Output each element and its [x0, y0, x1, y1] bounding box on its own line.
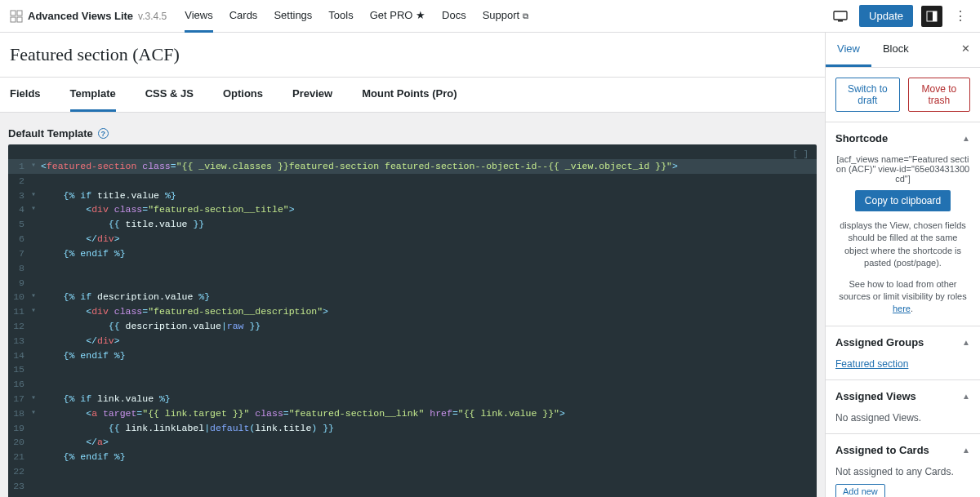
- switch-to-draft-button[interactable]: Switch to draft: [835, 78, 900, 112]
- topnav-item-views[interactable]: Views: [185, 0, 212, 33]
- shortcode-help-link[interactable]: here: [893, 304, 911, 313]
- main-content: Featured section (ACF) FieldsTemplateCSS…: [0, 33, 825, 497]
- code-line[interactable]: 11▾ <div class="featured-section__descri…: [8, 304, 817, 319]
- topnav-item-support[interactable]: Support ⧉: [483, 0, 528, 33]
- help-icon[interactable]: ?: [98, 128, 109, 139]
- tab-template[interactable]: Template: [70, 78, 116, 112]
- assigned-views-panel-head[interactable]: Assigned Views▲: [826, 380, 980, 412]
- chevron-up-icon: ▲: [962, 392, 970, 401]
- settings-sidebar: View Block ✕ Switch to draft Move to tra…: [825, 33, 980, 497]
- app-grid-icon[interactable]: [10, 10, 23, 23]
- tab-css-js[interactable]: CSS & JS: [145, 78, 194, 112]
- close-sidebar-icon[interactable]: ✕: [951, 33, 980, 67]
- code-line[interactable]: 2: [8, 174, 817, 189]
- code-line[interactable]: 12 {{ description.value|raw }}: [8, 319, 817, 334]
- shortcode-text: [acf_views name="Featured section (ACF)"…: [835, 154, 970, 184]
- code-line[interactable]: 22: [8, 464, 817, 479]
- copy-to-clipboard-button[interactable]: Copy to clipboard: [855, 190, 951, 211]
- code-line[interactable]: 10▾ {% if description.value %}: [8, 290, 817, 304]
- default-template-label: Default Template: [8, 127, 93, 140]
- svg-rect-4: [834, 11, 847, 20]
- sidebar-tab-block[interactable]: Block: [871, 33, 920, 67]
- code-line[interactable]: 5 {{ title.value }}: [8, 217, 817, 232]
- topnav-item-settings[interactable]: Settings: [274, 0, 312, 33]
- chevron-up-icon: ▲: [962, 338, 970, 347]
- code-line[interactable]: 16: [8, 377, 817, 392]
- topnav-item-get-pro-[interactable]: Get PRO ★: [370, 0, 425, 33]
- chevron-up-icon: ▲: [962, 446, 970, 455]
- chevron-up-icon: ▲: [962, 134, 970, 143]
- move-to-trash-button[interactable]: Move to trash: [908, 78, 970, 112]
- tab-preview[interactable]: Preview: [292, 78, 332, 112]
- code-line[interactable]: 9: [8, 276, 817, 291]
- topbar: Advanced Views Lite v.3.4.5 ViewsCardsSe…: [0, 0, 980, 33]
- code-line[interactable]: 13 </div>: [8, 334, 817, 348]
- svg-rect-1: [17, 11, 22, 16]
- brand-name: Advanced Views Lite: [28, 10, 133, 22]
- shortcode-description: displays the View, chosen fields should …: [835, 220, 970, 270]
- assigned-group-link[interactable]: Featured section: [835, 358, 908, 370]
- code-line[interactable]: 7 {% endif %}: [8, 246, 817, 261]
- assigned-groups-panel-head[interactable]: Assigned Groups▲: [826, 326, 980, 358]
- sidebar-tab-view[interactable]: View: [826, 33, 871, 67]
- assigned-views-text: No assigned Views.: [826, 412, 980, 433]
- add-new-card-button[interactable]: Add new: [835, 484, 885, 497]
- default-template-editor[interactable]: [ ] 1▾<featured-section class="{{ _view.…: [8, 144, 817, 497]
- code-line[interactable]: 21 {% endif %}: [8, 450, 817, 464]
- topnav-item-cards[interactable]: Cards: [229, 0, 258, 33]
- tab-options[interactable]: Options: [223, 78, 263, 112]
- shortcode-panel-head[interactable]: Shortcode▲: [826, 122, 980, 154]
- code-line[interactable]: 3▾ {% if title.value %}: [8, 189, 817, 203]
- svg-rect-3: [17, 17, 22, 22]
- svg-rect-5: [838, 20, 843, 22]
- assigned-cards-panel-head[interactable]: Assigned to Cards▲: [826, 434, 980, 466]
- code-line[interactable]: 23: [8, 479, 817, 494]
- code-line[interactable]: 6 </div>: [8, 232, 817, 246]
- code-line[interactable]: 1▾<featured-section class="{{ _view.clas…: [8, 159, 817, 174]
- external-link-icon: ⧉: [523, 11, 528, 20]
- editor-tabs: FieldsTemplateCSS & JSOptionsPreviewMoun…: [0, 78, 825, 113]
- code-line[interactable]: 24▾ {% if image.value %}: [8, 494, 817, 497]
- assigned-cards-text: Not assigned to any Cards.: [835, 466, 970, 477]
- code-line[interactable]: 15: [8, 362, 817, 377]
- svg-rect-2: [11, 17, 16, 22]
- tab-fields[interactable]: Fields: [10, 78, 41, 112]
- code-line[interactable]: 19 {{ link.linkLabel|default(link.title)…: [8, 421, 817, 436]
- code-line[interactable]: 17▾ {% if link.value %}: [8, 392, 817, 406]
- svg-rect-7: [933, 11, 937, 21]
- code-line[interactable]: 20 </a>: [8, 435, 817, 450]
- sidebar-toggle-icon[interactable]: [921, 6, 942, 27]
- top-nav: ViewsCardsSettingsToolsGet PRO ★DocsSupp…: [185, 0, 528, 33]
- page-title: Featured section (ACF): [10, 44, 815, 65]
- code-line[interactable]: 8: [8, 261, 817, 276]
- fold-all-icon[interactable]: [ ]: [792, 148, 808, 162]
- code-line[interactable]: 4▾ <div class="featured-section__title">: [8, 202, 817, 217]
- more-menu-icon[interactable]: ⋮: [951, 8, 970, 24]
- topnav-item-tools[interactable]: Tools: [328, 0, 353, 33]
- topnav-item-docs[interactable]: Docs: [442, 0, 466, 33]
- update-button[interactable]: Update: [859, 5, 913, 27]
- device-preview-icon[interactable]: [830, 6, 851, 27]
- tab-mount-points-pro-[interactable]: Mount Points (Pro): [362, 78, 457, 112]
- version-label: v.3.4.5: [138, 11, 167, 22]
- code-line[interactable]: 14 {% endif %}: [8, 348, 817, 363]
- code-line[interactable]: 18▾ <a target="{{ link.target }}" class=…: [8, 406, 817, 421]
- svg-rect-0: [11, 11, 16, 16]
